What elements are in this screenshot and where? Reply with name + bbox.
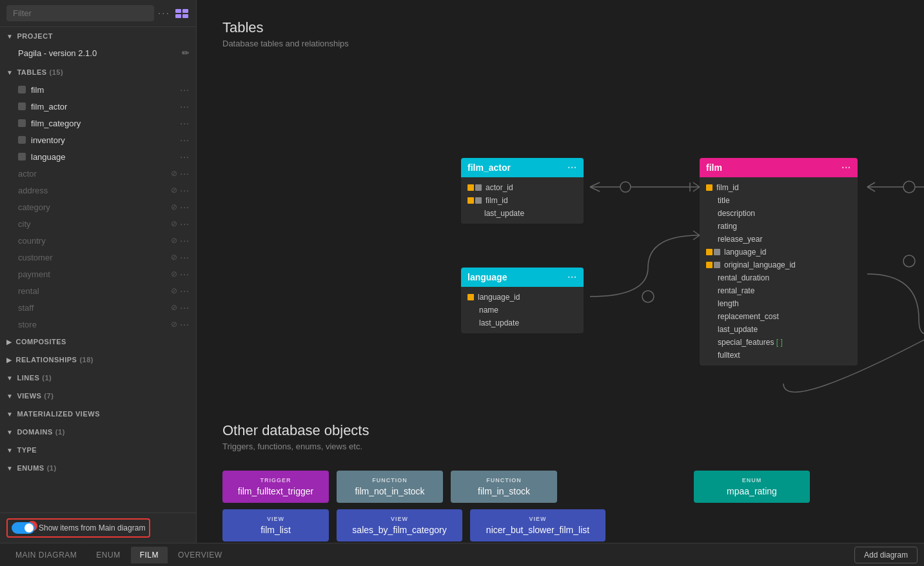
- sidebar-section-type[interactable]: ▼ TYPE: [0, 441, 196, 459]
- db-object-sales-by-film-category[interactable]: VIEW sales_by_film_category: [337, 509, 462, 542]
- sidebar: ··· ▼ PROJECT Pagila - version 2.1.0 ✏: [0, 0, 197, 543]
- table-more-icon[interactable]: ···: [180, 118, 190, 128]
- sidebar-item-actor[interactable]: actor ⊘···: [0, 165, 196, 182]
- relationships-label: RELATIONSHIPS: [16, 356, 77, 364]
- table-more-icon[interactable]: ···: [180, 286, 190, 296]
- table-more-icon[interactable]: ···: [180, 151, 190, 162]
- field-last-update-lang: last_update: [461, 317, 584, 329]
- sidebar-section-enums[interactable]: ▼ ENUMS (1): [0, 459, 196, 477]
- project-name-text: Pagila - version 2.1.0: [18, 48, 97, 58]
- sidebar-section-composites[interactable]: ▶ COMPOSITES: [0, 333, 196, 351]
- sidebar-item-language[interactable]: language ···: [0, 148, 196, 165]
- relationships-count: (18): [79, 356, 93, 364]
- table-more-icon[interactable]: ···: [180, 319, 190, 329]
- show-items-toggle[interactable]: [12, 522, 35, 534]
- sidebar-section-project[interactable]: ▼ PROJECT: [0, 27, 196, 45]
- sidebar-item-city[interactable]: city ⊘···: [0, 215, 196, 232]
- db-object-film-fulltext-trigger[interactable]: TRIGGER film_fulltext_trigger: [222, 471, 329, 503]
- db-object-film-in-stock[interactable]: FUNCTION film_in_stock: [451, 471, 557, 503]
- sidebar-section-lines[interactable]: ▼ LINES (1): [0, 369, 196, 387]
- table-name-film-category: film_category: [31, 119, 81, 128]
- table-more-icon[interactable]: ···: [180, 101, 190, 112]
- db-object-film-not-in-stock[interactable]: FUNCTION film_not_in_stock: [337, 471, 443, 503]
- sidebar-section-relationships[interactable]: ▶ RELATIONSHIPS (18): [0, 351, 196, 369]
- tab-enum[interactable]: ENUM: [87, 547, 129, 563]
- edit-icon[interactable]: ✏: [182, 48, 190, 58]
- table-header-more-icon[interactable]: ···: [841, 162, 851, 173]
- table-more-icon[interactable]: ···: [180, 84, 190, 95]
- db-table-film-actor[interactable]: film_actor ··· actor_id film_id: [461, 158, 584, 224]
- tab-main-diagram[interactable]: MAIN DIAGRAM: [6, 547, 86, 563]
- chevron-down-icon: ▼: [6, 447, 13, 454]
- hidden-icon: ⊘: [171, 219, 177, 228]
- sidebar-section-mat-views[interactable]: ▼ MATERIALIZED VIEWS: [0, 405, 196, 423]
- table-more-icon[interactable]: ···: [180, 269, 190, 279]
- table-more-icon[interactable]: ···: [180, 135, 190, 145]
- sidebar-item-payment[interactable]: payment ⊘···: [0, 266, 196, 282]
- db-object-nicer-but-slower-film-list[interactable]: VIEW nicer_but_slower_film_list: [470, 509, 605, 542]
- table-more-icon[interactable]: ···: [180, 235, 190, 246]
- table-header-language[interactable]: language ···: [461, 268, 584, 287]
- hidden-icon: ⊘: [171, 269, 177, 278]
- table-title-language: language: [467, 272, 507, 282]
- object-type-view3: VIEW: [480, 516, 595, 522]
- sidebar-item-film-category[interactable]: film_category ···: [0, 115, 196, 132]
- field-language-id-lang: language_id: [461, 291, 584, 304]
- add-diagram-button[interactable]: Add diagram: [854, 547, 918, 563]
- object-type-trigger: TRIGGER: [233, 477, 319, 483]
- table-name-category: category: [18, 202, 50, 212]
- canvas-inner[interactable]: Tables Database tables and relationships: [197, 0, 924, 543]
- filter-input[interactable]: [6, 5, 154, 21]
- table-header-more-icon[interactable]: ···: [567, 162, 577, 173]
- composites-label: COMPOSITES: [16, 338, 66, 346]
- views-count: (7): [44, 392, 54, 400]
- sidebar-section-views[interactable]: ▼ VIEWS (7): [0, 387, 196, 405]
- sidebar-scroll: ▼ PROJECT Pagila - version 2.1.0 ✏ ▼ TAB…: [0, 27, 196, 512]
- object-name-film-in-stock: film_in_stock: [461, 486, 547, 496]
- db-object-mpaa-rating[interactable]: ENUM mpaa_rating: [694, 471, 810, 503]
- db-object-film-list[interactable]: VIEW film_list: [222, 509, 329, 542]
- bottom-tabs: MAIN DIAGRAM ENUM FILM OVERVIEW: [6, 547, 231, 563]
- sidebar-item-inventory[interactable]: inventory ···: [0, 132, 196, 148]
- tab-overview[interactable]: OVERVIEW: [169, 547, 231, 563]
- db-table-language[interactable]: language ··· language_id name last_updat…: [461, 268, 584, 333]
- table-more-icon[interactable]: ···: [180, 202, 190, 212]
- sidebar-item-rental[interactable]: rental ⊘···: [0, 282, 196, 299]
- table-more-icon[interactable]: ···: [180, 185, 190, 195]
- sidebar-section-domains[interactable]: ▼ DOMAINS (1): [0, 423, 196, 441]
- sidebar-item-address[interactable]: address ⊘···: [0, 182, 196, 199]
- canvas: Tables Database tables and relationships: [197, 0, 924, 543]
- chevron-down-icon: ▼: [6, 33, 13, 40]
- svg-point-23: [903, 255, 915, 267]
- hidden-icon: ⊘: [171, 202, 177, 211]
- type-label: TYPE: [17, 446, 37, 454]
- table-more-icon[interactable]: ···: [180, 168, 190, 179]
- table-more-icon[interactable]: ···: [180, 302, 190, 313]
- hidden-icon: ⊘: [171, 236, 177, 245]
- enums-count: (1): [47, 464, 57, 472]
- svg-line-22: [693, 235, 700, 240]
- layout-icon[interactable]: [174, 8, 190, 19]
- sidebar-item-customer[interactable]: customer ⊘···: [0, 249, 196, 266]
- sidebar-item-film-actor[interactable]: film_actor ···: [0, 98, 196, 115]
- enums-label: ENUMS: [17, 464, 44, 472]
- db-table-film[interactable]: film ··· film_id title description ratin…: [700, 158, 858, 366]
- object-type-view1: VIEW: [233, 516, 319, 522]
- tab-film[interactable]: FILM: [131, 547, 168, 563]
- sidebar-item-category[interactable]: category ⊘···: [0, 199, 196, 215]
- sidebar-item-staff[interactable]: staff ⊘···: [0, 299, 196, 316]
- table-header-more-icon[interactable]: ···: [567, 272, 577, 282]
- filter-more-icon[interactable]: ···: [158, 8, 170, 19]
- sidebar-item-country[interactable]: country ⊘···: [0, 232, 196, 249]
- sidebar-item-film[interactable]: film ···: [0, 81, 196, 98]
- table-more-icon[interactable]: ···: [180, 252, 190, 262]
- table-name-actor: actor: [18, 169, 37, 179]
- sidebar-section-tables[interactable]: ▼ TABLES (15): [0, 63, 196, 81]
- hidden-icon: ⊘: [171, 303, 177, 312]
- table-name-customer: customer: [18, 253, 52, 262]
- table-header-film-actor[interactable]: film_actor ···: [461, 158, 584, 177]
- svg-rect-0: [175, 9, 181, 13]
- table-header-film[interactable]: film ···: [700, 158, 858, 177]
- table-more-icon[interactable]: ···: [180, 219, 190, 229]
- sidebar-item-store[interactable]: store ⊘···: [0, 316, 196, 333]
